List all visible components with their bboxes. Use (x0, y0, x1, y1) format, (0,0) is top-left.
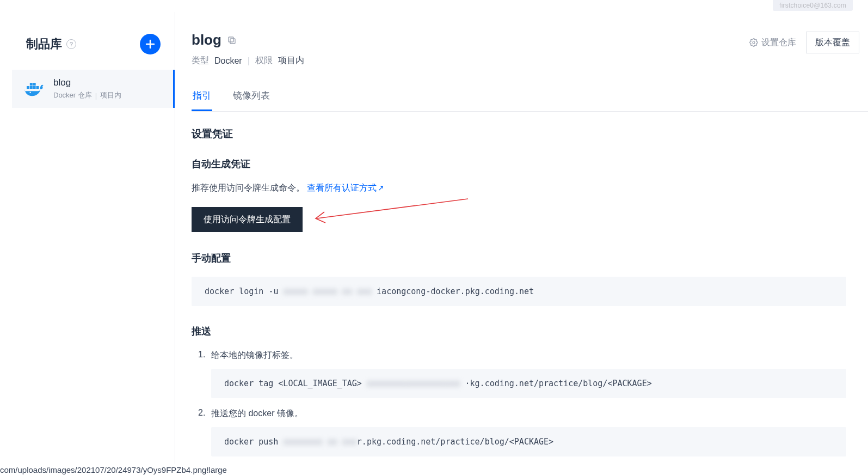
svg-rect-3 (30, 83, 33, 86)
svg-rect-7 (230, 39, 235, 44)
version-override-button[interactable]: 版本覆盖 (806, 32, 859, 53)
repo-meta: Docker 仓库 | 项目内 (53, 90, 121, 100)
code-docker-login[interactable]: docker login -u xxxxx xxxxx xx xxx iacon… (192, 277, 846, 306)
heading-manual-config: 手动配置 (192, 252, 846, 265)
heading-push: 推送 (192, 325, 846, 338)
svg-rect-5 (36, 86, 39, 89)
copy-icon[interactable] (227, 35, 237, 45)
plus-icon (145, 39, 155, 49)
code-docker-push[interactable]: docker push xxxxxxxx xx xxxr.pkg.coding.… (211, 427, 846, 456)
repo-meta-line: 类型 Docker | 权限 项目内 (192, 55, 304, 66)
svg-line-10 (317, 199, 468, 218)
heading-credentials: 设置凭证 (192, 127, 846, 141)
svg-rect-1 (30, 86, 33, 89)
svg-rect-4 (33, 83, 36, 86)
sidebar: 制品库 ? (12, 12, 175, 475)
push-step-1: 1. 给本地的镜像打标签。 docker tag <LOCAL_IMAGE_TA… (192, 350, 846, 398)
user-badge[interactable]: firstchoice0@163.com (773, 0, 853, 11)
tab-image-list[interactable]: 镜像列表 (232, 85, 271, 111)
add-repo-button[interactable] (140, 34, 161, 54)
svg-point-6 (30, 92, 31, 93)
generate-token-config-button[interactable]: 使用访问令牌生成配置 (192, 207, 303, 232)
heading-auto-generate: 自动生成凭证 (192, 157, 846, 170)
settings-repo-link[interactable]: 设置仓库 (749, 37, 796, 48)
auto-generate-desc: 推荐使用访问令牌生成命令。 查看所有认证方式↗ (192, 182, 846, 194)
code-docker-tag[interactable]: docker tag <LOCAL_IMAGE_TAG> xxxxxxxxxxx… (211, 369, 846, 398)
docker-icon (24, 79, 46, 99)
svg-rect-2 (33, 86, 36, 89)
push-step-2: 2. 推送您的 docker 镜像。 docker push xxxxxxxx … (192, 408, 846, 456)
svg-rect-8 (229, 37, 233, 42)
status-bar-url: com/uploads/images/202107/20/24973/yOys9… (0, 464, 228, 475)
svg-point-9 (753, 41, 755, 44)
view-auth-methods-link[interactable]: 查看所有认证方式↗ (307, 183, 384, 192)
repo-name: blog (53, 77, 121, 88)
tabs: 指引 镜像列表 (192, 85, 868, 112)
external-link-icon: ↗ (378, 184, 384, 192)
svg-rect-0 (27, 86, 29, 89)
tab-guide[interactable]: 指引 (192, 85, 212, 111)
sidebar-item-blog[interactable]: blog Docker 仓库 | 项目内 (12, 70, 175, 108)
main-panel: blog 类型 Docker | 权限 项目内 设置仓库 (175, 12, 868, 475)
help-icon[interactable]: ? (66, 39, 76, 49)
annotation-arrow (310, 197, 473, 229)
page-title: blog (192, 32, 221, 48)
sidebar-title: 制品库 (26, 36, 62, 52)
gear-icon (749, 38, 758, 47)
